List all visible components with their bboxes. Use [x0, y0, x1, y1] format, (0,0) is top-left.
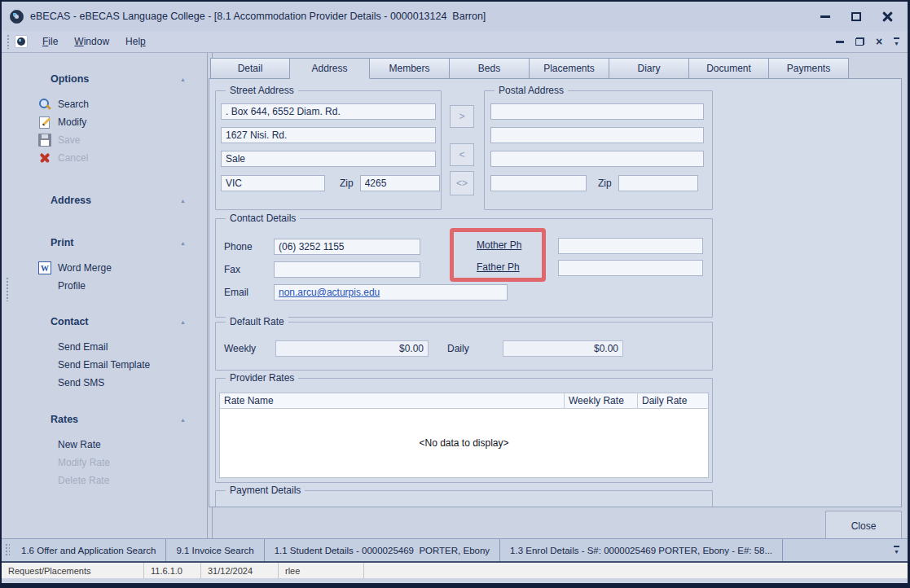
window-list-dropdown-icon[interactable]: ▼	[894, 546, 899, 555]
open-windows-bar: 1.6 Offer and Application Search 9.1 Inv…	[2, 538, 908, 561]
sidebar-item-modify[interactable]: Modify	[2, 113, 207, 131]
menu-file[interactable]: File	[34, 33, 66, 50]
tab-payments[interactable]: Payments	[769, 58, 849, 79]
sidebar-section-print[interactable]: Print ▲	[2, 235, 207, 251]
mdi-close-icon[interactable]: ×	[876, 36, 882, 47]
spacer-icon	[38, 358, 51, 371]
title-bar: eBECAS - eBECAS Language College - [8.1 …	[2, 2, 908, 31]
postal-zip-label: Zip	[598, 178, 612, 189]
spacer-icon	[38, 438, 51, 451]
tab-detail[interactable]: Detail	[210, 58, 290, 79]
window-tab-student-details[interactable]: 1.1 Student Details - 0000025469 PORTER,…	[265, 539, 500, 561]
sidebar-item-send-sms[interactable]: Send SMS	[2, 374, 207, 392]
table-empty-message: <No data to display>	[220, 409, 708, 477]
main-area: Options ▲ Search Modify Save Cancel	[2, 53, 908, 543]
minimize-icon[interactable]	[820, 15, 830, 18]
daily-rate-field[interactable]	[503, 340, 623, 357]
postal-address-group: Postal Address Zip	[484, 90, 713, 210]
spacer-icon	[38, 456, 51, 469]
table-header-row: Rate Name Weekly Rate Daily Rate	[220, 393, 708, 409]
copy-postal-to-street-button[interactable]: <	[450, 143, 474, 166]
column-weekly-rate[interactable]: Weekly Rate	[565, 393, 638, 408]
payment-details-group: Payment Details	[215, 490, 713, 507]
tab-diary[interactable]: Diary	[609, 58, 689, 79]
tab-placements[interactable]: Placements	[530, 58, 609, 79]
tab-document[interactable]: Document	[689, 58, 769, 79]
maximize-icon[interactable]	[851, 12, 861, 21]
mdi-system-icon[interactable]	[15, 35, 28, 48]
search-icon	[38, 98, 51, 111]
save-icon	[38, 134, 51, 147]
mother-ph-field[interactable]	[558, 238, 703, 254]
tab-members[interactable]: Members	[370, 58, 450, 79]
close-icon[interactable]	[882, 11, 893, 22]
menu-help[interactable]: Help	[117, 33, 154, 50]
father-ph-field[interactable]	[558, 260, 703, 276]
mdi-minimize-icon[interactable]	[836, 41, 844, 43]
sidebar-item-send-email-template[interactable]: Send Email Template	[2, 356, 207, 374]
status-date: 31/12/2024	[201, 563, 279, 578]
street-zip-field[interactable]	[360, 175, 440, 191]
provider-rates-table: Rate Name Weekly Rate Daily Rate <No dat…	[219, 393, 709, 478]
postal-line1-field[interactable]	[490, 103, 704, 120]
street-line1-field[interactable]	[221, 103, 436, 120]
window-tab-invoice-search[interactable]: 9.1 Invoice Search	[166, 539, 264, 561]
mdi-dropdown-icon[interactable]: ▼	[894, 37, 899, 46]
sidebar-item-save: Save	[2, 131, 207, 149]
sidebar-item-word-merge[interactable]: W Word Merge	[2, 259, 207, 277]
weekly-rate-field[interactable]	[275, 340, 429, 357]
street-line2-field[interactable]	[221, 127, 436, 143]
copy-street-to-postal-button[interactable]: >	[450, 105, 474, 128]
sidebar-item-search[interactable]: Search	[2, 95, 207, 113]
window-tab-enrol-details[interactable]: 1.3 Enrol Details - S#: 0000025469 PORTE…	[500, 539, 783, 561]
sidebar-section-address[interactable]: Address ▲	[2, 192, 207, 208]
email-field[interactable]	[274, 284, 508, 301]
swap-addresses-button[interactable]: <>	[450, 171, 474, 195]
phone-field[interactable]	[274, 239, 420, 255]
sidebar: Options ▲ Search Modify Save Cancel	[2, 53, 207, 543]
tab-address[interactable]: Address	[290, 58, 370, 79]
cancel-icon	[38, 151, 51, 165]
menu-window[interactable]: Window	[66, 33, 117, 50]
menu-bar: File Window Help × ▼	[2, 31, 908, 53]
window-tab-offer-search[interactable]: 1.6 Offer and Application Search	[11, 539, 166, 561]
column-rate-name[interactable]: Rate Name	[220, 393, 565, 408]
window-title: eBECAS - eBECAS Language College - [8.1 …	[30, 11, 486, 22]
status-bar: Request/Placements 11.6.1.0 31/12/2024 r…	[2, 561, 908, 578]
close-button[interactable]: Close	[825, 511, 902, 541]
street-city-field[interactable]	[221, 151, 436, 167]
mdi-restore-icon[interactable]	[855, 37, 864, 46]
collapse-arrow-icon[interactable]: ▲	[180, 198, 186, 204]
sidebar-item-profile[interactable]: Profile	[2, 277, 207, 295]
sidebar-item-new-rate[interactable]: New Rate	[2, 436, 207, 454]
sidebar-section-rates[interactable]: Rates ▲	[2, 411, 207, 428]
provider-rates-group: Provider Rates Rate Name Weekly Rate Dai…	[215, 378, 713, 483]
collapse-arrow-icon[interactable]: ▲	[180, 319, 186, 325]
postal-city-field[interactable]	[490, 151, 704, 167]
collapse-arrow-icon[interactable]: ▲	[180, 417, 186, 423]
left-edge-grip[interactable]	[6, 277, 10, 301]
daily-label: Daily	[447, 343, 481, 354]
collapse-arrow-icon[interactable]: ▲	[180, 77, 186, 82]
sidebar-item-cancel: Cancel	[2, 149, 207, 167]
collapse-arrow-icon[interactable]: ▲	[180, 240, 186, 246]
sidebar-section-options[interactable]: Options ▲	[2, 71, 207, 87]
tab-beds[interactable]: Beds	[450, 58, 530, 79]
highlight-annotation	[450, 228, 546, 282]
fax-field[interactable]	[274, 261, 420, 278]
postal-state-field[interactable]	[490, 175, 587, 191]
toolbar-grip[interactable]	[7, 34, 11, 49]
app-logo-icon	[10, 10, 24, 24]
modify-icon	[38, 116, 51, 129]
sidebar-item-delete-rate: Delete Rate	[2, 472, 207, 489]
postal-zip-field[interactable]	[618, 175, 698, 191]
sidebar-item-send-email[interactable]: Send Email	[2, 338, 207, 356]
column-daily-rate[interactable]: Daily Rate	[638, 393, 708, 408]
street-state-field[interactable]	[221, 175, 325, 191]
spacer-icon	[38, 340, 51, 353]
sidebar-section-contact[interactable]: Contact ▲	[2, 314, 207, 330]
postal-line2-field[interactable]	[490, 127, 704, 143]
spacer-icon	[38, 279, 51, 292]
tabbar-grip[interactable]	[5, 543, 10, 557]
email-label: Email	[224, 287, 274, 298]
